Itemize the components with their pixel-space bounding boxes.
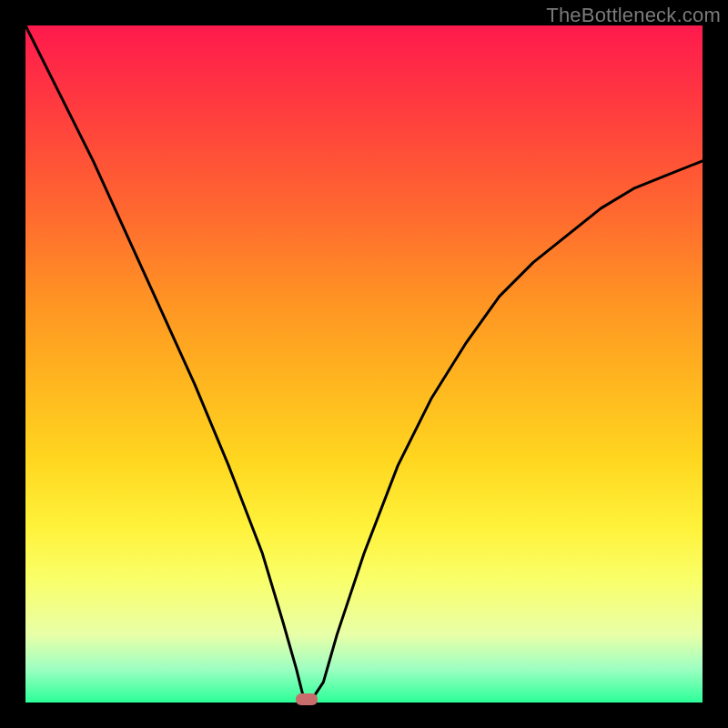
bottleneck-curve (25, 25, 703, 703)
chart-frame: TheBottleneck.com (0, 0, 728, 728)
watermark-text: TheBottleneck.com (546, 4, 721, 27)
min-marker (296, 693, 318, 705)
